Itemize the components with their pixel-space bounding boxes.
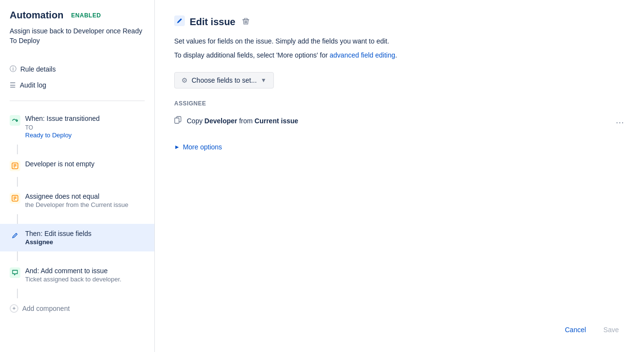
step-trigger-title: When: Issue transitioned <box>25 115 145 122</box>
enabled-badge: ENABLED <box>71 12 101 19</box>
step-action-edit-title: Then: Edit issue fields <box>25 230 145 237</box>
step-action-comment[interactable]: And: Add comment to issue Ticket assigne… <box>0 261 154 289</box>
add-component-label: Add component <box>22 305 70 312</box>
description-line-2: To display additional fields, select 'Mo… <box>174 50 625 60</box>
connector-4 <box>17 251 18 261</box>
assignee-section: Assignee Copy Developer from Current iss… <box>174 100 625 130</box>
document-icon: ☰ <box>10 81 16 89</box>
more-options-button[interactable]: … <box>615 116 625 126</box>
connector-3 <box>17 214 18 224</box>
sidebar-header: Automation ENABLED Assign issue back to … <box>0 10 154 61</box>
rule-name: Assign issue back to Developer once Read… <box>10 27 145 45</box>
comment-icon <box>10 267 20 278</box>
actions-footer: Cancel Save <box>174 313 625 337</box>
transition-icon <box>10 115 20 126</box>
edit-issue-header: Edit issue <box>174 15 625 29</box>
steps-container: When: Issue transitioned TO Ready to Dep… <box>0 109 154 342</box>
nav-list: ⓘ Rule details ☰ Audit log <box>0 61 154 101</box>
step-condition-2-title: Assignee does not equal <box>25 192 145 200</box>
chevron-right-icon: ► <box>174 144 180 150</box>
step-trigger[interactable]: When: Issue transitioned TO Ready to Dep… <box>0 109 154 145</box>
gear-icon: ⚙ <box>181 76 188 84</box>
more-options-row[interactable]: ► More options <box>174 143 625 151</box>
sidebar-item-rule-details[interactable]: ⓘ Rule details <box>0 61 154 77</box>
svg-rect-14 <box>175 118 179 123</box>
sidebar-item-audit-log[interactable]: ☰ Audit log <box>0 77 154 93</box>
action-edit-icon <box>10 230 20 241</box>
step-action-comment-title: And: Add comment to issue <box>25 267 145 275</box>
chevron-down-icon: ▼ <box>261 77 267 84</box>
more-options-label: More options <box>183 143 222 151</box>
advanced-field-link[interactable]: advanced field editing <box>329 51 395 59</box>
condition-1-icon <box>10 161 20 171</box>
assignee-label: Assignee <box>174 100 625 107</box>
choose-fields-label: Choose fields to set... <box>192 76 257 84</box>
desc-suffix: . <box>395 51 397 59</box>
condition-2-icon <box>10 193 20 204</box>
cancel-button[interactable]: Cancel <box>559 323 592 337</box>
desc-prefix: To display additional fields, select 'Mo… <box>174 51 329 59</box>
connector-1 <box>17 145 18 154</box>
assignee-current-issue: Current issue <box>255 117 298 125</box>
step-action-edit-detail: Assignee <box>25 238 145 246</box>
connector-2 <box>17 177 18 187</box>
assignee-copy-text: Copy Developer from Current issue <box>187 117 611 125</box>
step-trigger-detail: Ready to Deploy <box>25 132 145 139</box>
assignee-row: Copy Developer from Current issue … <box>174 112 625 130</box>
assignee-prefix: Copy <box>187 117 205 125</box>
add-component[interactable]: + Add component <box>0 298 154 319</box>
step-action-edit-content: Then: Edit issue fields Assignee <box>25 230 145 246</box>
copy-icon <box>174 116 182 125</box>
step-condition-1[interactable]: Developer is not empty <box>0 154 154 177</box>
step-action-comment-content: And: Add comment to issue Ticket assigne… <box>25 267 145 283</box>
info-icon: ⓘ <box>10 65 16 73</box>
step-condition-1-title: Developer is not empty <box>25 160 145 168</box>
trash-icon[interactable] <box>242 17 250 27</box>
sidebar: Automation ENABLED Assign issue back to … <box>0 0 155 352</box>
connector-5 <box>17 289 18 298</box>
step-condition-2-content: Assignee does not equal the Developer fr… <box>25 192 145 208</box>
step-trigger-to: TO <box>25 124 145 131</box>
step-trigger-content: When: Issue transitioned TO Ready to Dep… <box>25 115 145 139</box>
step-condition-1-content: Developer is not empty <box>25 160 145 168</box>
edit-issue-title: Edit issue <box>190 16 235 28</box>
step-action-edit[interactable]: Then: Edit issue fields Assignee <box>0 224 154 251</box>
step-condition-2[interactable]: Assignee does not equal the Developer fr… <box>0 187 154 214</box>
description-line-1: Set values for fields on the issue. Simp… <box>174 36 625 46</box>
step-action-comment-detail: Ticket assigned back to developer. <box>25 276 145 283</box>
assignee-developer: Developer <box>205 117 238 125</box>
choose-fields-button[interactable]: ⚙ Choose fields to set... ▼ <box>174 72 274 88</box>
assignee-middle: from <box>237 117 255 125</box>
add-circle-icon: + <box>10 304 18 313</box>
app-title: Automation <box>10 10 63 21</box>
nav-label-rule-details: Rule details <box>20 65 56 73</box>
sidebar-divider <box>10 101 145 101</box>
save-button[interactable]: Save <box>598 323 625 337</box>
main-content: Edit issue Set values for fields on the … <box>155 0 644 352</box>
step-condition-2-detail: the Developer from the Current issue <box>25 201 145 208</box>
nav-label-audit-log: Audit log <box>20 81 46 89</box>
edit-pencil-icon <box>174 15 185 29</box>
